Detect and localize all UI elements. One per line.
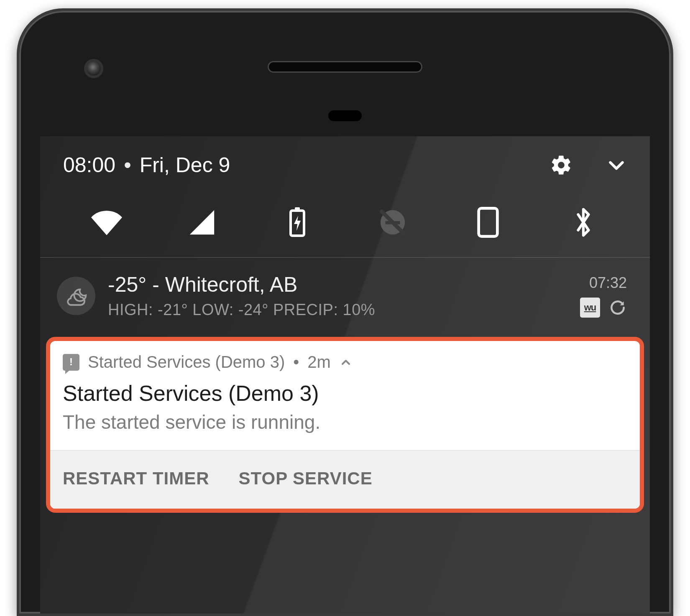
notification-text: The started service is running. (63, 411, 627, 433)
earpiece-speaker (268, 61, 422, 73)
restart-timer-button[interactable]: RESTART TIMER (63, 468, 210, 489)
notification-title: Started Services (Demo 3) (63, 381, 627, 406)
weather-main: -25° - Whitecroft, AB HIGH: -21° LOW: -2… (108, 272, 567, 319)
svg-rect-5 (479, 208, 498, 236)
wifi-toggle[interactable] (63, 207, 150, 238)
chevron-up-icon[interactable] (339, 356, 353, 369)
notification-app-label: Started Services (Demo 3) (88, 353, 285, 372)
notification-body[interactable]: Started Services (Demo 3) The started se… (50, 377, 640, 450)
side-button-volume (671, 320, 673, 412)
bluetooth-icon (573, 206, 594, 238)
bluetooth-toggle[interactable] (540, 206, 627, 238)
stop-service-button[interactable]: STOP SERVICE (239, 468, 373, 489)
night-cloudy-icon (63, 285, 89, 307)
dnd-toggle[interactable] (349, 208, 436, 237)
weather-title: -25° - Whitecroft, AB (108, 272, 567, 297)
notification-actions: RESTART TIMER STOP SERVICE (50, 450, 640, 509)
cellular-icon (187, 208, 217, 237)
notification-header[interactable]: ! Started Services (Demo 3) • 2m (50, 341, 640, 377)
quick-settings-toggles (40, 190, 650, 257)
cellular-toggle[interactable] (158, 208, 245, 237)
weather-notification[interactable]: -25° - Whitecroft, AB HIGH: -21° LOW: -2… (40, 258, 650, 333)
qs-date: Fri, Dec 9 (140, 153, 230, 177)
weather-source-badge: wu (580, 298, 600, 318)
wifi-icon (91, 207, 122, 238)
proximity-sensor (328, 110, 362, 121)
portrait-orientation-icon (477, 206, 499, 238)
screen: 08:00 • Fri, Dec 9 (40, 136, 650, 613)
side-button-power (671, 521, 673, 616)
notification-meta: Started Services (Demo 3) • 2m (88, 353, 353, 372)
app-alert-icon: ! (63, 354, 79, 371)
svg-rect-1 (295, 207, 300, 211)
weather-time: 07:32 (589, 274, 627, 292)
gear-icon[interactable] (550, 154, 572, 176)
weather-right: 07:32 wu (580, 274, 627, 318)
battery-charging-icon (287, 206, 307, 238)
qs-dot: • (124, 153, 131, 177)
weather-icon-circle (57, 277, 95, 315)
notification-age: 2m (307, 353, 331, 372)
weather-detail: HIGH: -21° LOW: -24° PRECIP: 10% (108, 301, 567, 319)
highlighted-notification: ! Started Services (Demo 3) • 2m Started… (46, 337, 644, 513)
quick-settings-header: 08:00 • Fri, Dec 9 (40, 136, 650, 190)
refresh-icon[interactable] (608, 298, 627, 317)
phone-frame: 08:00 • Fri, Dec 9 (17, 8, 673, 616)
qs-time: 08:00 (63, 153, 115, 177)
datetime[interactable]: 08:00 • Fri, Dec 9 (63, 153, 230, 177)
do-not-disturb-off-icon (378, 208, 407, 237)
battery-toggle[interactable] (254, 206, 341, 238)
chevron-down-icon[interactable] (606, 155, 627, 176)
orientation-toggle[interactable] (445, 206, 532, 238)
front-camera (84, 59, 103, 78)
